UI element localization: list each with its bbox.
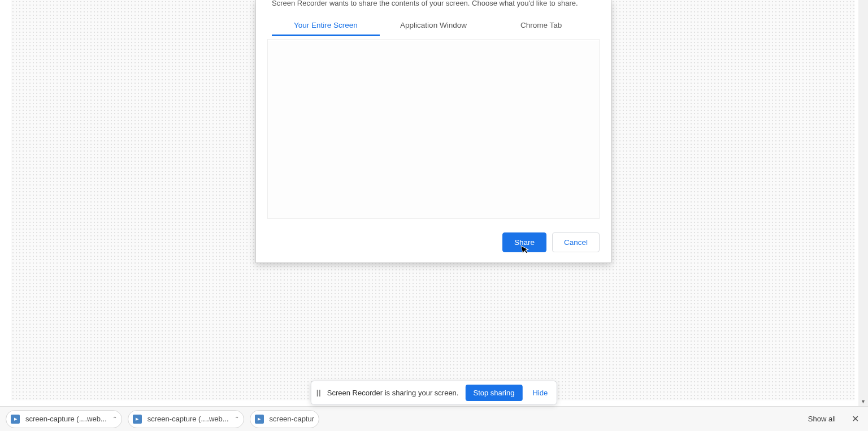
chevron-up-icon[interactable]: ⌃ (235, 416, 239, 422)
tab-chrome-tab[interactable]: Chrome Tab (487, 15, 595, 36)
show-all-downloads-button[interactable]: Show all (804, 412, 840, 425)
screen-preview-thumb[interactable] (268, 41, 599, 218)
close-downloads-bar-icon[interactable]: ✕ (848, 411, 862, 426)
dialog-button-row: Share Cancel (256, 219, 611, 262)
downloads-bar: screen-capture (....web... ⌃ screen-capt… (0, 406, 868, 431)
toast-message: Screen Recorder is sharing your screen. (327, 389, 459, 397)
scrollbar-down-arrow-icon[interactable]: ▼ (861, 399, 866, 404)
sharing-indicator-icon (317, 390, 320, 396)
download-filename: screen-capture (....web... (147, 415, 229, 423)
download-item[interactable]: screen-captur (250, 410, 319, 428)
tab-application-window[interactable]: Application Window (380, 15, 488, 36)
tab-entire-screen[interactable]: Your Entire Screen (272, 15, 380, 36)
share-button[interactable]: Share (502, 232, 546, 252)
screen-preview-area (267, 39, 600, 219)
download-filename: screen-capture (....web... (25, 415, 107, 423)
video-file-icon (11, 415, 20, 424)
share-screen-dialog: Screen Recorder wants to share the conte… (255, 0, 611, 263)
share-tabs: Your Entire Screen Application Window Ch… (256, 15, 611, 37)
video-file-icon (255, 415, 264, 424)
chevron-up-icon[interactable]: ⌃ (112, 416, 117, 422)
video-file-icon (133, 415, 142, 424)
download-item[interactable]: screen-capture (....web... ⌃ (128, 410, 244, 428)
download-item[interactable]: screen-capture (....web... ⌃ (6, 410, 122, 428)
download-filename: screen-captur (270, 415, 314, 423)
vertical-scrollbar[interactable]: ▼ (858, 0, 868, 406)
sharing-toast: Screen Recorder is sharing your screen. … (311, 381, 557, 405)
hide-toast-button[interactable]: Hide (529, 386, 551, 399)
stop-sharing-button[interactable]: Stop sharing (465, 385, 522, 401)
dialog-subtitle: Screen Recorder wants to share the conte… (256, 0, 611, 15)
cancel-button[interactable]: Cancel (552, 232, 600, 252)
